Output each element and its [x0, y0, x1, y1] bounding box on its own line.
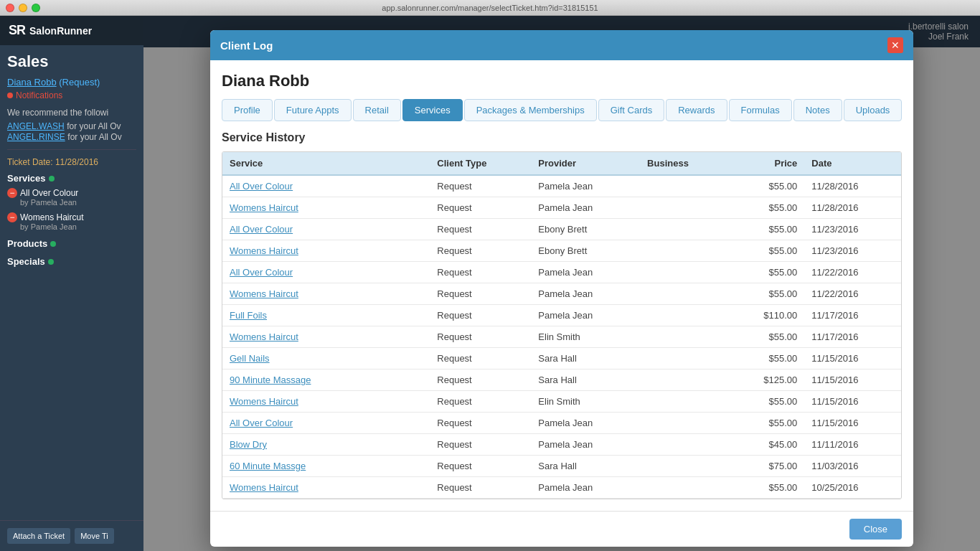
- cell-provider: Ebony Brett: [531, 219, 640, 240]
- cell-date: 11/17/2016: [804, 326, 901, 348]
- cell-client-type: Request: [430, 240, 531, 262]
- cell-business: [640, 262, 728, 283]
- service-link[interactable]: Womens Haircut: [230, 396, 298, 407]
- cell-price: $45.00: [728, 434, 804, 456]
- service1-remove-icon[interactable]: −: [7, 188, 17, 198]
- cell-service: All Over Colour: [222, 219, 430, 240]
- service-link[interactable]: Womens Haircut: [230, 331, 298, 342]
- cell-business: [640, 219, 728, 240]
- modal-header: Client Log ✕: [210, 30, 913, 60]
- col-header-provider: Provider: [531, 152, 640, 175]
- service-link[interactable]: All Over Colour: [230, 181, 293, 192]
- cell-price: $55.00: [728, 262, 804, 283]
- modal-close-x-button[interactable]: ✕: [887, 37, 903, 53]
- cell-date: 11/17/2016: [804, 305, 901, 326]
- tab-future-appts[interactable]: Future Appts: [274, 99, 352, 121]
- service-link[interactable]: Womens Haircut: [230, 288, 298, 299]
- ticket-date-row: Ticket Date: 11/28/2016: [7, 157, 136, 167]
- table-row: All Over Colour Request Pamela Jean $55.…: [222, 175, 901, 197]
- mac-maximize-btn[interactable]: [32, 4, 40, 12]
- recommend-text: We recommend the followi: [7, 108, 136, 118]
- client-name-link[interactable]: Diana Robb: [7, 77, 57, 88]
- service-link[interactable]: All Over Colour: [230, 267, 293, 278]
- tab-packages-memberships[interactable]: Packages & Memberships: [464, 99, 597, 121]
- cell-service: Womens Haircut: [222, 477, 430, 499]
- service1-by: by Pamela Jean: [7, 198, 136, 207]
- service-history-table-container[interactable]: Service Client Type Provider Business Pr…: [222, 151, 902, 499]
- table-row: Womens Haircut Request Elin Smith $55.00…: [222, 391, 901, 413]
- cell-service: Full Foils: [222, 305, 430, 326]
- service1-name-row: − All Over Colour: [7, 188, 136, 198]
- tab-formulas[interactable]: Formulas: [729, 99, 792, 121]
- tab-gift-cards[interactable]: Gift Cards: [598, 99, 665, 121]
- service-link[interactable]: All Over Colour: [230, 224, 293, 235]
- cell-provider: Ebony Brett: [531, 240, 640, 262]
- cell-date: 11/23/2016: [804, 240, 901, 262]
- cell-price: $125.00: [728, 369, 804, 391]
- table-row: 90 Minute Massage Request Sara Hall $125…: [222, 369, 901, 391]
- service-link[interactable]: 60 Minute Massge: [230, 461, 306, 471]
- cell-provider: Sara Hall: [531, 456, 640, 477]
- cell-date: 11/22/2016: [804, 262, 901, 283]
- product2-link[interactable]: ANGEL.RINSE: [7, 132, 65, 142]
- cell-client-type: Request: [430, 305, 531, 326]
- cell-provider: Pamela Jean: [531, 434, 640, 456]
- col-header-price: Price: [728, 152, 804, 175]
- cell-price: $55.00: [728, 175, 804, 197]
- mac-minimize-btn[interactable]: [19, 4, 27, 12]
- cell-business: [640, 197, 728, 219]
- tab-notes[interactable]: Notes: [793, 99, 842, 121]
- cell-date: 10/25/2016: [804, 499, 901, 500]
- table-row: Womens Haircut Request Elin Smith $55.00…: [222, 326, 901, 348]
- attach-ticket-button[interactable]: Attach a Ticket: [7, 528, 70, 544]
- mac-close-btn[interactable]: [6, 4, 14, 12]
- col-header-client-type: Client Type: [430, 152, 531, 175]
- app-layout: SR SalonRunner Sales Diana Robb (Request…: [0, 16, 980, 551]
- notifications-label[interactable]: Notifications: [16, 90, 62, 100]
- service-link[interactable]: Full Foils: [230, 310, 267, 321]
- cell-price: $55.00: [728, 326, 804, 348]
- tab-profile[interactable]: Profile: [222, 99, 273, 121]
- move-ticket-button[interactable]: Move Ti: [75, 528, 114, 544]
- cell-date: 11/15/2016: [804, 391, 901, 413]
- cell-business: [640, 326, 728, 348]
- cell-date: 11/23/2016: [804, 219, 901, 240]
- tab-uploads[interactable]: Uploads: [844, 99, 903, 121]
- service-history-table: Service Client Type Provider Business Pr…: [222, 152, 901, 499]
- service2-remove-icon[interactable]: −: [7, 212, 17, 222]
- modal-close-button[interactable]: Close: [849, 519, 902, 540]
- table-body: All Over Colour Request Pamela Jean $55.…: [222, 175, 901, 499]
- cell-business: [640, 175, 728, 197]
- cell-client-type: Request: [430, 175, 531, 197]
- service-link[interactable]: All Over Colour: [230, 418, 293, 428]
- cell-service: Womens Haircut: [222, 197, 430, 219]
- cell-service: Blow Dry: [222, 434, 430, 456]
- tab-rewards[interactable]: Rewards: [666, 99, 727, 121]
- cell-business: [640, 369, 728, 391]
- service-link[interactable]: Blow Dry: [230, 439, 267, 450]
- service-link[interactable]: Womens Haircut: [230, 202, 298, 213]
- url-bar[interactable]: app.salonrunner.com/manager/selectTicket…: [382, 4, 598, 12]
- cell-client-type: Request: [430, 413, 531, 434]
- service-link[interactable]: 90 Minute Massage: [230, 375, 311, 385]
- cell-date: 11/22/2016: [804, 283, 901, 305]
- cell-service: Gell Nails: [222, 348, 430, 369]
- cell-provider: Sara Hall: [531, 369, 640, 391]
- mac-titlebar: app.salonrunner.com/manager/selectTicket…: [0, 0, 980, 16]
- cell-price: $55.00: [728, 413, 804, 434]
- tab-services[interactable]: Services: [402, 99, 463, 121]
- cell-date: 11/28/2016: [804, 197, 901, 219]
- cell-provider: Elin Smith: [531, 326, 640, 348]
- request-label: (Request): [59, 77, 100, 88]
- service-link[interactable]: Gell Nails: [230, 353, 270, 364]
- service-link[interactable]: Womens Haircut: [230, 245, 298, 256]
- tab-retail[interactable]: Retail: [353, 99, 401, 121]
- service2-by: by Pamela Jean: [7, 222, 136, 231]
- cell-service: Womens Haircut: [222, 240, 430, 262]
- cell-price: $55.00: [728, 240, 804, 262]
- service-link[interactable]: Womens Haircut: [230, 482, 298, 493]
- cell-client-type: Request: [430, 197, 531, 219]
- table-row: Gell Nails Request Sara Hall $55.00 11/1…: [222, 348, 901, 369]
- product1-link[interactable]: ANGEL.WASH: [7, 121, 65, 131]
- cell-business: [640, 477, 728, 499]
